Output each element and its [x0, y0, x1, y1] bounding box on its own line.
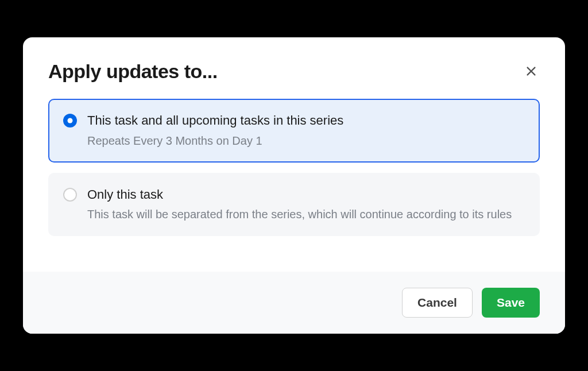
option-series[interactable]: This task and all upcoming tasks in this…: [48, 99, 540, 163]
modal-footer: Cancel Save: [23, 272, 565, 334]
option-subtitle: Repeats Every 3 Months on Day 1: [87, 133, 525, 149]
option-content: This task and all upcoming tasks in this…: [87, 113, 525, 149]
modal-header: Apply updates to...: [23, 37, 565, 99]
close-icon: [525, 65, 537, 78]
option-subtitle: This task will be separated from the ser…: [87, 206, 525, 222]
radio-unchecked-icon: [63, 188, 77, 202]
close-button[interactable]: [523, 63, 540, 80]
cancel-button[interactable]: Cancel: [402, 288, 473, 318]
option-title: This task and all upcoming tasks in this…: [87, 113, 525, 129]
modal-body: This task and all upcoming tasks in this…: [23, 99, 565, 272]
radio-checked-icon: [63, 114, 77, 127]
option-content: Only this task This task will be separat…: [87, 187, 525, 223]
save-button[interactable]: Save: [482, 288, 540, 318]
option-single[interactable]: Only this task This task will be separat…: [48, 173, 540, 237]
modal-title: Apply updates to...: [48, 60, 218, 83]
option-title: Only this task: [87, 187, 525, 203]
apply-updates-modal: Apply updates to... This task and all up…: [23, 37, 565, 334]
